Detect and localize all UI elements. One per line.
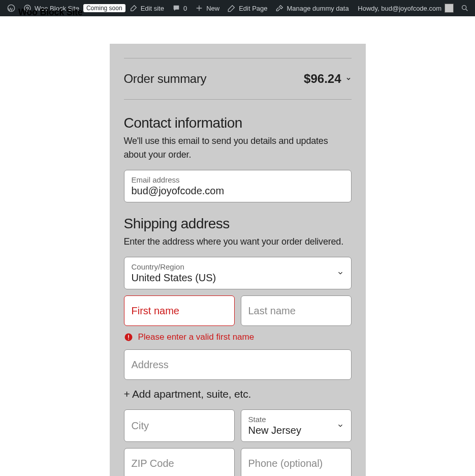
edit-site-link[interactable]: Edit site	[125, 0, 168, 16]
howdy-link[interactable]: Howdy, bud@joyofcode.com	[354, 0, 458, 16]
scrollbar[interactable]	[471, 0, 475, 476]
email-field[interactable]: Email address bud@joyofcode.com	[124, 170, 352, 202]
site-title: Woo Block Site	[18, 7, 83, 18]
coming-soon-badge: Coming soon	[83, 4, 125, 12]
svg-point-3	[462, 6, 466, 10]
contact-section: Contact information We'll use this email…	[117, 115, 359, 202]
address-field[interactable]: Address	[124, 349, 352, 380]
chevron-down-icon	[337, 422, 344, 429]
chevron-down-icon	[345, 76, 352, 82]
last-name-placeholder: Last name	[248, 305, 344, 317]
country-value: United States (US)	[132, 272, 344, 284]
address-placeholder: Address	[132, 359, 344, 371]
tool-icon	[276, 4, 284, 12]
chevron-down-icon	[337, 270, 344, 277]
comment-icon	[172, 4, 180, 12]
contact-heading: Contact information	[124, 115, 352, 131]
city-placeholder: City	[132, 420, 227, 432]
shipping-heading: Shipping address	[124, 216, 352, 232]
city-field[interactable]: City	[124, 409, 235, 442]
manage-dummy-label: Manage dummy data	[287, 5, 349, 12]
order-summary-total: $96.24	[304, 72, 351, 86]
shipping-section: Shipping address Enter the address where…	[117, 216, 359, 476]
edit-page-link[interactable]: Edit Page	[224, 0, 271, 16]
first-name-error-text: Please enter a valid first name	[138, 332, 255, 342]
new-link[interactable]: New	[191, 0, 224, 16]
search-toggle[interactable]	[458, 0, 472, 16]
plus-icon	[195, 4, 203, 12]
pencil-icon	[228, 4, 236, 12]
svg-rect-6	[128, 339, 129, 340]
state-label: State	[248, 415, 344, 424]
checkout-panel: Order summary $96.24 Contact information…	[110, 44, 366, 476]
order-summary-toggle[interactable]: Order summary $96.24	[124, 58, 352, 100]
email-label: Email address	[132, 175, 344, 184]
zip-field[interactable]: ZIP Code	[124, 448, 235, 476]
state-value: New Jersey	[248, 425, 344, 436]
shipping-desc: Enter the address where you want your or…	[124, 235, 352, 249]
scroll-thumb[interactable]	[471, 0, 475, 132]
manage-dummy-link[interactable]: Manage dummy data	[272, 0, 353, 16]
first-name-error: Please enter a valid first name	[124, 332, 352, 342]
zip-placeholder: ZIP Code	[132, 458, 227, 469]
svg-rect-5	[128, 335, 129, 338]
comments-count: 0	[183, 5, 187, 12]
order-summary-title: Order summary	[124, 72, 207, 86]
wordpress-icon	[7, 4, 15, 12]
phone-placeholder: Phone (optional)	[248, 458, 344, 469]
adminbar-right: Howdy, bud@joyofcode.com	[354, 0, 472, 16]
country-label: Country/Region	[132, 262, 344, 271]
search-icon	[461, 4, 469, 12]
last-name-field[interactable]: Last name	[241, 295, 352, 326]
phone-field[interactable]: Phone (optional)	[241, 448, 352, 476]
add-apartment-link[interactable]: + Add apartment, suite, etc.	[124, 388, 352, 400]
first-name-field[interactable]: First name	[124, 295, 235, 326]
first-name-placeholder: First name	[132, 305, 227, 317]
edit-page-label: Edit Page	[239, 5, 267, 12]
contact-desc: We'll use this email to send you details…	[124, 134, 352, 162]
error-icon	[124, 333, 133, 342]
wp-logo[interactable]	[3, 0, 19, 16]
avatar	[445, 4, 454, 13]
state-field[interactable]: State New Jersey	[241, 409, 352, 442]
email-value: bud@joyofcode.com	[132, 185, 344, 197]
country-field[interactable]: Country/Region United States (US)	[124, 257, 352, 289]
order-total-value: $96.24	[304, 72, 341, 86]
edit-site-label: Edit site	[141, 5, 164, 12]
new-label: New	[206, 5, 219, 12]
brush-icon	[130, 4, 138, 12]
comments-link[interactable]: 0	[168, 0, 191, 16]
howdy-text: Howdy, bud@joyofcode.com	[358, 5, 441, 12]
